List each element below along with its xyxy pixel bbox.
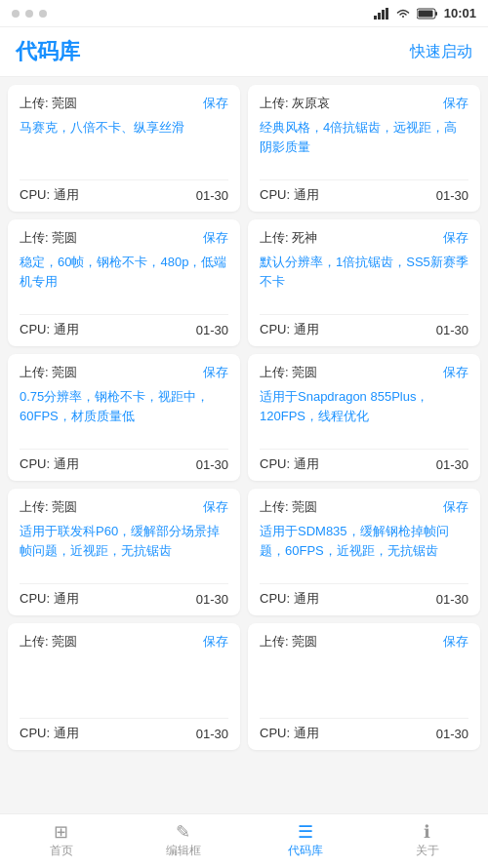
nav-item-代码库[interactable]: ☰ 代码库 <box>244 814 366 868</box>
battery-icon <box>417 8 438 20</box>
code-card-4: 上传: 莞圆 保存 0.75分辨率，钢枪不卡，视距中，60FPS，材质质量低 C… <box>8 354 240 481</box>
nav-icon-0: ⊞ <box>54 823 68 841</box>
nav-icon-3: ℹ <box>424 823 430 841</box>
card-desc-4: 0.75分辨率，钢枪不卡，视距中，60FPS，材质质量低 <box>20 387 228 441</box>
card-save-button-3[interactable]: 保存 <box>443 229 468 247</box>
code-card-1: 上传: 灰原哀 保存 经典风格，4倍抗锯齿，远视距，高阴影质量 CPU: 通用 … <box>248 85 480 212</box>
card-header-9: 上传: 莞圆 保存 <box>260 633 468 651</box>
card-save-button-4[interactable]: 保存 <box>203 364 228 381</box>
card-header-1: 上传: 灰原哀 保存 <box>260 95 468 112</box>
nav-item-首页[interactable]: ⊞ 首页 <box>0 814 122 868</box>
card-cpu-3: CPU: 通用 <box>260 321 319 338</box>
time-display: 10:01 <box>444 6 476 20</box>
svg-rect-2 <box>382 10 385 20</box>
card-header-6: 上传: 莞圆 保存 <box>20 498 228 516</box>
card-range-1: 01-30 <box>436 188 468 203</box>
code-card-6: 上传: 莞圆 保存 适用于联发科P60，缓解部分场景掉帧问题，近视距，无抗锯齿 … <box>8 489 240 615</box>
card-cpu-5: CPU: 通用 <box>260 455 319 473</box>
nav-label-1: 编辑框 <box>166 843 201 859</box>
card-cpu-4: CPU: 通用 <box>20 455 79 473</box>
card-range-7: 01-30 <box>436 592 468 607</box>
nav-item-关于[interactable]: ℹ 关于 <box>366 814 488 868</box>
card-footer-3: CPU: 通用 01-30 <box>260 314 468 338</box>
card-save-button-5[interactable]: 保存 <box>443 364 468 381</box>
card-uploader-0: 上传: 莞圆 <box>20 95 77 112</box>
dot2 <box>25 10 33 18</box>
svg-rect-0 <box>374 16 377 20</box>
svg-rect-1 <box>378 13 381 20</box>
card-cpu-8: CPU: 通用 <box>20 725 79 742</box>
content-wrapper: 上传: 莞圆 保存 马赛克，八倍不卡、纵享丝滑 CPU: 通用 01-30 上传… <box>0 77 488 816</box>
card-desc-6: 适用于联发科P60，缓解部分场景掉帧问题，近视距，无抗锯齿 <box>20 522 228 575</box>
code-card-3: 上传: 死神 保存 默认分辨率，1倍抗锯齿，SS5新赛季不卡 CPU: 通用 0… <box>248 219 480 346</box>
card-desc-7: 适用于SDM835，缓解钢枪掉帧问题，60FPS，近视距，无抗锯齿 <box>260 522 468 575</box>
nav-label-2: 代码库 <box>288 843 323 859</box>
card-header-3: 上传: 死神 保存 <box>260 229 468 247</box>
dot1 <box>12 10 20 18</box>
card-cpu-9: CPU: 通用 <box>260 725 319 742</box>
card-header-2: 上传: 莞圆 保存 <box>20 229 228 247</box>
nav-label-3: 关于 <box>416 843 439 859</box>
card-save-button-6[interactable]: 保存 <box>203 498 228 516</box>
quick-start-button[interactable]: 快速启动 <box>410 42 472 62</box>
status-bar-left <box>12 10 47 18</box>
card-desc-2: 稳定，60帧，钢枪不卡，480p，低端机专用 <box>20 253 228 306</box>
card-range-8: 01-30 <box>196 727 228 741</box>
card-desc-8 <box>20 656 228 710</box>
wifi-icon <box>395 8 411 20</box>
card-footer-4: CPU: 通用 01-30 <box>20 449 228 473</box>
card-desc-1: 经典风格，4倍抗锯齿，远视距，高阴影质量 <box>260 118 468 172</box>
card-header-4: 上传: 莞圆 保存 <box>20 364 228 381</box>
card-save-button-8[interactable]: 保存 <box>203 633 228 651</box>
card-save-button-7[interactable]: 保存 <box>443 498 468 516</box>
card-range-5: 01-30 <box>436 457 468 472</box>
code-card-7: 上传: 莞圆 保存 适用于SDM835，缓解钢枪掉帧问题，60FPS，近视距，无… <box>248 489 480 615</box>
card-range-0: 01-30 <box>196 188 228 203</box>
card-save-button-1[interactable]: 保存 <box>443 95 468 112</box>
card-header-0: 上传: 莞圆 保存 <box>20 95 228 112</box>
card-range-3: 01-30 <box>436 323 468 337</box>
card-save-button-0[interactable]: 保存 <box>203 95 228 112</box>
svg-rect-5 <box>435 12 437 16</box>
card-save-button-9[interactable]: 保存 <box>443 633 468 651</box>
card-range-2: 01-30 <box>196 323 228 337</box>
card-desc-9 <box>260 656 468 710</box>
app-title: 代码库 <box>16 37 80 66</box>
card-range-4: 01-30 <box>196 457 228 472</box>
card-desc-5: 适用于Snapdragon 855Plus，120FPS，线程优化 <box>260 387 468 441</box>
status-bar-right: 10:01 <box>374 6 476 20</box>
card-uploader-9: 上传: 莞圆 <box>260 633 317 651</box>
card-uploader-1: 上传: 灰原哀 <box>260 95 330 112</box>
card-footer-7: CPU: 通用 01-30 <box>260 583 468 608</box>
nav-item-编辑框[interactable]: ✎ 编辑框 <box>122 814 244 868</box>
card-footer-9: CPU: 通用 01-30 <box>260 718 468 742</box>
card-cpu-0: CPU: 通用 <box>20 186 79 204</box>
card-cpu-6: CPU: 通用 <box>20 590 79 608</box>
card-grid: 上传: 莞圆 保存 马赛克，八倍不卡、纵享丝滑 CPU: 通用 01-30 上传… <box>0 77 488 758</box>
card-header-7: 上传: 莞圆 保存 <box>260 498 468 516</box>
card-uploader-8: 上传: 莞圆 <box>20 633 77 651</box>
nav-icon-2: ☰ <box>298 823 313 841</box>
code-card-8: 上传: 莞圆 保存 CPU: 通用 01-30 <box>8 623 240 750</box>
card-desc-3: 默认分辨率，1倍抗锯齿，SS5新赛季不卡 <box>260 253 468 306</box>
svg-rect-6 <box>418 10 432 17</box>
code-card-0: 上传: 莞圆 保存 马赛克，八倍不卡、纵享丝滑 CPU: 通用 01-30 <box>8 85 240 212</box>
card-uploader-5: 上传: 莞圆 <box>260 364 317 381</box>
svg-rect-3 <box>386 8 388 20</box>
code-card-5: 上传: 莞圆 保存 适用于Snapdragon 855Plus，120FPS，线… <box>248 354 480 481</box>
dot3 <box>39 10 47 18</box>
app-header: 代码库 快速启动 <box>0 27 488 77</box>
bottom-nav: ⊞ 首页 ✎ 编辑框 ☰ 代码库 ℹ 关于 <box>0 813 488 868</box>
card-save-button-2[interactable]: 保存 <box>203 229 228 247</box>
nav-icon-1: ✎ <box>176 823 190 841</box>
card-uploader-2: 上传: 莞圆 <box>20 229 77 247</box>
card-cpu-2: CPU: 通用 <box>20 321 79 338</box>
card-header-8: 上传: 莞圆 保存 <box>20 633 228 651</box>
card-footer-8: CPU: 通用 01-30 <box>20 718 228 742</box>
card-footer-5: CPU: 通用 01-30 <box>260 449 468 473</box>
card-uploader-7: 上传: 莞圆 <box>260 498 317 516</box>
card-range-9: 01-30 <box>436 727 468 741</box>
card-footer-0: CPU: 通用 01-30 <box>20 179 228 204</box>
card-footer-6: CPU: 通用 01-30 <box>20 583 228 608</box>
card-cpu-7: CPU: 通用 <box>260 590 319 608</box>
